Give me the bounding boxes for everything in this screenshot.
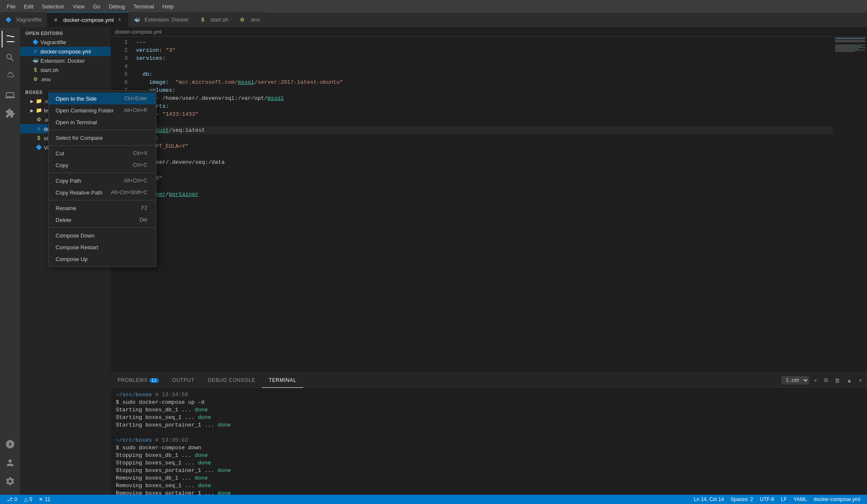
status-filename[interactable]: docker-compose.yml [810, 496, 864, 502]
context-menu-compose-down[interactable]: Compose Down [49, 229, 156, 241]
term-done: done [195, 452, 208, 459]
context-menu-copy-relative-path[interactable]: Copy Relative Path Alt+Ctrl+Shift+C [49, 187, 156, 198]
menu-item-label: Copy [56, 162, 68, 168]
context-menu-compose-restart[interactable]: Compose Restart [49, 241, 156, 253]
context-menu-cut[interactable]: Cut Ctrl+X [49, 147, 156, 159]
term-done: done [218, 467, 231, 474]
line-num-3: 3 [111, 54, 128, 62]
yaml-icon: ≡ [35, 125, 42, 132]
menu-terminal[interactable]: Terminal [130, 3, 157, 11]
line-num-2: 2 [111, 46, 128, 54]
term-done: done [218, 490, 231, 495]
context-menu-select-compare[interactable]: Select for Compare [49, 132, 156, 144]
status-encoding[interactable]: UTF-8 [756, 496, 777, 502]
status-branch[interactable]: ⎇ 0 [3, 496, 21, 502]
term-service: Stopping boxes_portainer_1 ... [116, 467, 218, 474]
terminal-line: Removing boxes_portainer_1 ... done [116, 490, 862, 495]
code-editor[interactable]: 1 2 3 4 5 6 7 8 9 10 11 12 13 14 15 16 1… [111, 37, 867, 373]
open-editor-vagrantfile[interactable]: 🔷 Vagrantfile [20, 37, 111, 47]
folder-arrow-icon: ▶ [29, 98, 35, 104]
code-line-1: --- [132, 38, 833, 46]
term-time: ⊙ 13:35:02 [155, 437, 188, 443]
terminal-shell-select[interactable]: 1: zsh [782, 376, 809, 384]
debug-icon[interactable] [2, 86, 19, 103]
menu-item-label: Open in Terminal [56, 119, 97, 125]
tab-terminal[interactable]: TERMINAL [262, 373, 303, 388]
term-done: done [198, 483, 211, 489]
add-terminal-button[interactable]: + [812, 376, 819, 385]
context-menu-open-side[interactable]: Open to the Side Ctrl+Enter [49, 93, 156, 104]
delete-terminal-button[interactable]: 🗑 [833, 376, 842, 385]
tab-output-label: OUTPUT [172, 377, 195, 383]
menu-edit[interactable]: Edit [21, 3, 37, 11]
tab-output[interactable]: OUTPUT [165, 373, 201, 388]
remote-icon[interactable] [2, 436, 19, 453]
status-cursor[interactable]: Ln 14, Col 14 [691, 496, 727, 502]
menu-help[interactable]: Help [159, 3, 177, 11]
menu-item-label: Compose Up [56, 256, 88, 262]
maximize-panel-button[interactable]: ▲ [845, 376, 854, 385]
tab-vagrantfile[interactable]: 🔷 Vagrantfile [0, 12, 47, 27]
status-eol[interactable]: LF [777, 496, 790, 502]
context-menu-sep-1 [49, 130, 156, 130]
term-service: Removing boxes_seq_1 ... [116, 483, 198, 489]
open-editor-docker-compose[interactable]: ≡ docker-compose.yml [20, 47, 111, 56]
tab-label: .env [250, 16, 260, 23]
explorer-icon[interactable] [2, 31, 19, 48]
term-service: Stopping boxes_db_1 ... [116, 452, 195, 459]
tab-close-button[interactable]: × [116, 16, 123, 23]
yaml-file-icon: ≡ [32, 48, 39, 55]
menu-view[interactable]: View [69, 3, 88, 11]
terminal-content[interactable]: ~/src/boxes ⊙ 13:34:58 $ sudo docker-com… [111, 388, 867, 495]
context-menu-compose-up[interactable]: Compose Up [49, 253, 156, 265]
panel-toolbar: 1: zsh + ⧉ 🗑 ▲ × [782, 375, 867, 385]
source-control-icon[interactable] [2, 68, 19, 85]
open-editor-label: start.sh [40, 67, 59, 73]
term-service: Starting boxes_db_1 ... [116, 407, 195, 413]
tab-docker-compose[interactable]: ≡ docker-compose.yml × [47, 12, 128, 27]
error-icon: ✕ [39, 496, 43, 502]
context-menu-open-folder[interactable]: Open Containing Folder Alt+Ctrl+R [49, 104, 156, 116]
close-panel-button[interactable]: × [857, 376, 864, 385]
env-icon: ⚙ [239, 16, 245, 23]
code-content[interactable]: --- version: "3" services: db: image: "m… [132, 37, 833, 373]
context-menu-rename[interactable]: Rename F2 [49, 202, 156, 214]
open-editor-env[interactable]: ⚙ .env [20, 75, 111, 84]
terminal-panel: PROBLEMS 11 OUTPUT DEBUG CONSOLE TERMINA… [111, 373, 867, 495]
context-menu-copy-path[interactable]: Copy Path Alt+Ctrl+C [49, 175, 156, 187]
menu-item-shortcut: Alt+Ctrl+R [124, 107, 147, 113]
term-done: done [198, 414, 211, 421]
code-line-8: - /home/user/.devenv/sql:/var/opt/mssql [132, 94, 833, 102]
menu-file[interactable]: File [3, 3, 19, 11]
menu-item-shortcut: Del [140, 217, 147, 223]
status-warnings[interactable]: △ 0 [21, 496, 36, 502]
open-editor-start-sh[interactable]: $ start.sh [20, 65, 111, 75]
accounts-icon[interactable] [2, 454, 19, 471]
extensions-icon[interactable] [2, 105, 19, 122]
menu-item-label: Rename [56, 205, 76, 211]
folder-icon: 📁 [35, 98, 42, 104]
tab-extension-docker[interactable]: 🐳 Extension: Docker [128, 12, 195, 27]
menu-item-label: Select for Compare [56, 135, 103, 141]
tab-debug-console[interactable]: DEBUG CONSOLE [201, 373, 262, 388]
term-done: done [195, 475, 208, 481]
status-errors[interactable]: ✕ 11 [35, 496, 53, 502]
menu-go[interactable]: Go [90, 3, 104, 11]
menu-selection[interactable]: Selection [38, 3, 67, 11]
docker-icon: 🐳 [133, 16, 140, 23]
context-menu-open-terminal[interactable]: Open in Terminal [49, 116, 156, 128]
open-editor-extension-docker[interactable]: 🐳 Extension: Docker [20, 56, 111, 65]
menu-debug[interactable]: Debug [105, 3, 128, 11]
editor-area: docker-compose.yml 1 2 3 4 5 6 7 8 9 10 … [111, 27, 867, 495]
settings-icon[interactable] [2, 473, 19, 490]
status-spaces[interactable]: Spaces: 2 [727, 496, 756, 502]
context-menu-copy[interactable]: Copy Ctrl+C [49, 159, 156, 171]
status-language[interactable]: YAML [790, 496, 811, 502]
tab-problems[interactable]: PROBLEMS 11 [111, 373, 165, 388]
tab-start-sh[interactable]: $ start.sh [195, 12, 234, 27]
search-icon[interactable] [2, 49, 19, 66]
context-menu-delete[interactable]: Delete Del [49, 214, 156, 226]
tab-env[interactable]: ⚙ .env [234, 12, 266, 27]
split-terminal-button[interactable]: ⧉ [822, 375, 830, 385]
warning-count: 0 [29, 496, 32, 502]
